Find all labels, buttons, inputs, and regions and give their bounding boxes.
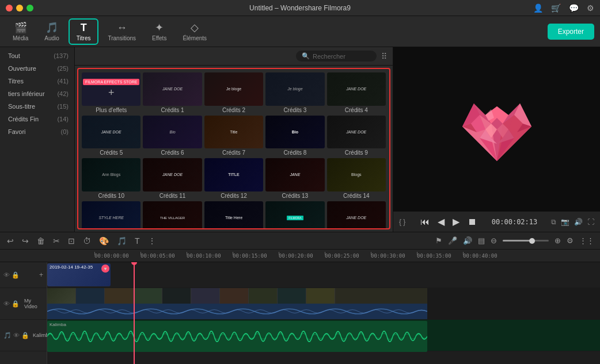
voice-icon[interactable]: 🔊 — [463, 236, 472, 245]
list-item[interactable]: JANE DOE Crédits 19 — [327, 201, 386, 228]
list-item[interactable]: Title Here Crédits 17 — [204, 201, 263, 228]
speed-button[interactable]: ⏱ — [82, 236, 92, 246]
lock-icon-2[interactable]: 🔒 — [12, 300, 20, 308]
sidebar-item-favori[interactable]: Favori (0) — [0, 125, 74, 138]
delete-button[interactable]: 🗑 — [36, 236, 46, 246]
cut-button[interactable]: ✂ — [52, 236, 61, 246]
maximize-button[interactable] — [26, 5, 33, 12]
list-item[interactable]: JANE DOE Crédits 1 — [143, 72, 202, 113]
preview-heart — [451, 86, 543, 173]
thumb-plus-effets[interactable]: FILMORA EFFECTS STORE + Plus d'effets — [82, 72, 140, 113]
fullscreen-icon[interactable]: ⛶ — [587, 218, 594, 226]
music-icon[interactable]: 🎵 — [3, 332, 12, 339]
plus-icon[interactable]: ⊕ — [555, 236, 561, 245]
list-item[interactable]: FILMORA Crédits 18 — [265, 201, 324, 228]
timeline-right-tools: ⚑ 🎤 🔊 ▤ ⊖ ⊕ ⚙ ⋮⋮ — [435, 236, 594, 245]
toolbar-audio[interactable]: 🎵 Audio — [37, 19, 66, 44]
track-row-video[interactable] — [47, 288, 600, 320]
toolbar-effets[interactable]: ✦ Effets — [145, 19, 173, 44]
subtitle-icon[interactable]: ▤ — [478, 236, 485, 245]
toolbar-media[interactable]: 🎬 Média — [6, 19, 35, 44]
list-item[interactable]: TITLE Crédits 12 — [204, 158, 263, 199]
camera-icon[interactable]: 📷 — [561, 218, 569, 226]
text-button[interactable]: T — [134, 236, 141, 246]
user-icon[interactable]: 👤 — [533, 3, 543, 13]
minimize-button[interactable] — [16, 5, 23, 12]
lock-icon-3[interactable]: 🔒 — [21, 332, 29, 339]
sidebar-item-titres[interactable]: Titres (41) — [0, 75, 74, 87]
sidebar-tout-label: Tout — [8, 52, 20, 59]
audio-button[interactable]: 🎵 — [116, 236, 128, 246]
grid-icon[interactable]: ⠿ — [381, 52, 387, 61]
track-video-name: My Video — [24, 298, 43, 309]
ruler-mark: 00:00:00:00 — [94, 253, 140, 259]
list-item[interactable]: JANE DOE Crédits 4 — [327, 72, 386, 113]
list-item[interactable]: Ann Blogs Crédits 10 — [82, 158, 140, 199]
sidebar-item-sous-titre[interactable]: Sous-titre (15) — [0, 100, 74, 113]
timeline-area: ↩ ↪ 🗑 ✂ ⊡ ⏱ 🎨 🎵 T ⋮ ⚑ 🎤 🔊 ▤ ⊖ ⊕ ⚙ ⋮⋮ 00:… — [0, 232, 600, 364]
timeline-settings-icon[interactable]: ⚙ — [567, 236, 574, 245]
prev-frame-button[interactable]: ◀ — [436, 216, 446, 227]
skip-back-button[interactable]: ⏮ — [419, 217, 431, 227]
search-input[interactable] — [313, 53, 371, 60]
track-label-overlay: 👁 🔒 + — [0, 262, 47, 288]
color-button[interactable]: 🎨 — [98, 236, 110, 246]
thumbnails-scroll[interactable]: FILMORA EFFECTS STORE + Plus d'effets JA… — [78, 69, 389, 228]
settings-icon[interactable]: ⚙ — [587, 3, 594, 13]
toolbar-titres[interactable]: T Titres — [69, 18, 99, 45]
sidebar-item-credits-fin[interactable]: Crédits Fin (14) — [0, 113, 74, 125]
list-item[interactable]: JANE DOE Crédits 5 — [82, 116, 140, 156]
stop-button[interactable]: ⏹ — [466, 217, 478, 227]
message-icon[interactable]: 💬 — [569, 3, 579, 13]
list-item[interactable]: Title Crédits 7 — [204, 116, 263, 156]
zoom-slider[interactable] — [503, 240, 549, 242]
list-item[interactable]: JANE Crédits 13 — [265, 158, 324, 199]
list-item[interactable]: Bio Crédits 8 — [265, 116, 324, 156]
sidebar-item-tiers[interactable]: tiers inférieur (42) — [0, 87, 74, 100]
toolbar-elements[interactable]: ◇ Éléments — [176, 19, 214, 44]
export-button[interactable]: Exporter — [548, 24, 594, 40]
sidebar-tiers-label: tiers inférieur — [8, 90, 45, 97]
list-item[interactable]: Je bloge Crédits 2 — [204, 72, 263, 113]
overlay-clip[interactable]: 2019-02-14 19-42-35 ♥ — [47, 263, 111, 286]
volume-icon[interactable]: 🔊 — [574, 218, 583, 226]
eye-icon-2[interactable]: 👁 — [3, 300, 10, 308]
redo-button[interactable]: ↪ — [21, 236, 30, 246]
sidebar-item-ouverture[interactable]: Ouverture (25) — [0, 62, 74, 75]
playhead[interactable] — [134, 262, 135, 364]
list-item[interactable]: Bio Crédits 6 — [143, 116, 202, 156]
track-row-audio[interactable]: Kalimba — [47, 320, 600, 351]
grid-view-icon[interactable]: ⋮⋮ — [579, 236, 594, 245]
track-row-overlay[interactable]: 2019-02-14 19-42-35 ♥ — [47, 262, 600, 288]
list-item[interactable]: Blogs Crédits 14 — [327, 158, 386, 199]
audio-clip[interactable]: Kalimba — [47, 321, 427, 352]
sidebar-tout-count: (137) — [54, 52, 69, 59]
pip-icon[interactable]: ⧉ — [551, 218, 556, 226]
play-button[interactable]: ▶ — [451, 216, 461, 227]
sidebar-titres-count: (41) — [57, 78, 69, 85]
mic-icon[interactable]: 🎤 — [448, 236, 457, 245]
window-title: Untitled – Wondershare Filmora9 — [249, 4, 351, 12]
list-item[interactable]: Je bloge Crédits 3 — [265, 72, 324, 113]
list-item[interactable]: JANE DOE Crédits 11 — [143, 158, 202, 199]
eye-icon-3[interactable]: 👁 — [13, 332, 20, 339]
eye-icon[interactable]: 👁 — [3, 271, 10, 279]
marker-icon[interactable]: ⚑ — [435, 236, 442, 245]
close-button[interactable] — [6, 5, 13, 12]
split-button[interactable]: ⋮ — [147, 236, 157, 246]
list-item[interactable]: JANE DOE Crédits 9 — [327, 116, 386, 156]
crop-button[interactable]: ⊡ — [67, 236, 76, 246]
toolbar-transitions[interactable]: ↔ Transitions — [101, 20, 143, 44]
undo-button[interactable]: ↩ — [6, 236, 15, 246]
sidebar-item-tout[interactable]: Tout (137) — [0, 49, 74, 62]
credits11-label: Crédits 11 — [160, 193, 186, 199]
list-item[interactable]: THE VILLAGER Crédits 16 — [143, 201, 202, 228]
minus-icon[interactable]: ⊖ — [491, 236, 497, 245]
add-track-icon[interactable]: + — [39, 271, 43, 279]
effets-icon: ✦ — [155, 21, 164, 34]
lock-icon[interactable]: 🔒 — [12, 271, 20, 279]
cart-icon[interactable]: 🛒 — [551, 3, 561, 13]
credits8-label: Crédits 8 — [283, 150, 306, 156]
list-item[interactable]: STYLE HERE Crédits 15 — [82, 201, 140, 228]
toolbar-elements-label: Éléments — [183, 35, 207, 41]
